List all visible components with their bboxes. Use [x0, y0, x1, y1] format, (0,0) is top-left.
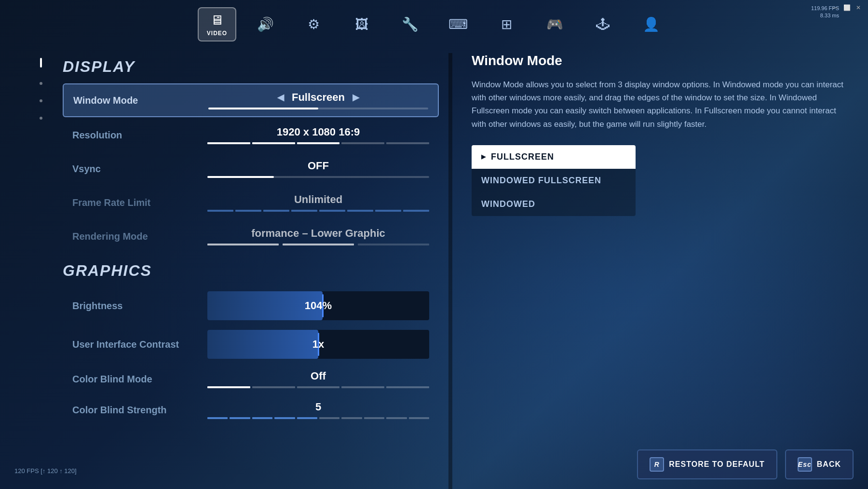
display-section-title: DISPLAY — [63, 58, 439, 76]
back-button[interactable]: Esc BACK — [785, 449, 854, 479]
rendering-mode-text: formance – Lower Graphic — [251, 227, 385, 240]
nav-grid[interactable]: ⊞ — [487, 13, 526, 36]
seg-f7 — [375, 210, 401, 212]
window-mode-slider[interactable] — [208, 108, 428, 109]
video-icon: 🖥 — [210, 12, 224, 28]
nav-audio[interactable]: 🔊 — [246, 13, 285, 36]
seg-r1 — [207, 142, 250, 144]
seg-cbs4 — [274, 417, 295, 419]
rendering-mode-slider[interactable] — [207, 244, 429, 245]
vsync-slider[interactable] — [207, 176, 429, 178]
seg-cbs2 — [230, 417, 250, 419]
top-navigation: 🖥 VIDEO 🔊 ⚙ 🖼 🔧 ⌨ ⊞ 🎮 🕹 👤 — [0, 0, 868, 48]
color-blind-strength-row[interactable]: Color Blind Strength 5 — [63, 395, 439, 424]
color-blind-row[interactable]: Color Blind Mode Off — [63, 365, 439, 394]
main-content: DISPLAY Window Mode ◀ Fullscreen ▶ R — [29, 53, 868, 489]
resolution-slider[interactable] — [207, 142, 429, 144]
back-icon: Esc — [798, 457, 812, 472]
panel-divider — [448, 53, 452, 489]
rendering-mode-row[interactable]: Rendering Mode formance – Lower Graphic — [63, 220, 439, 252]
back-label: BACK — [817, 460, 841, 469]
option-fullscreen-label: FULLSCREEN — [491, 152, 554, 162]
graphics-section: GRAPHICS Brightness 104% User Interface … — [63, 262, 439, 424]
nav-tools[interactable]: 🔧 — [391, 13, 429, 36]
ui-contrast-label: User Interface Contrast — [72, 339, 207, 350]
vsync-label: Vsync — [72, 163, 207, 175]
seg-cbs5 — [297, 417, 317, 419]
nav-user[interactable]: 👤 — [632, 13, 670, 36]
seg-cb3 — [297, 386, 340, 388]
frame-rate-row[interactable]: Frame Rate Limit Unlimited — [63, 187, 439, 218]
option-windowed-fullscreen[interactable]: WINDOWED FULLSCREEN — [472, 169, 636, 192]
tools-icon: 🔧 — [402, 16, 419, 32]
brightness-value-container: 104% — [207, 291, 429, 320]
nav-game2[interactable]: 🕹 — [583, 13, 622, 36]
scroll-dot-3 — [40, 99, 42, 102]
window-mode-value: ◀ Fullscreen ▶ — [277, 91, 359, 104]
seg-r5 — [386, 142, 429, 144]
info-panel-description: Window Mode allows you to select from 3 … — [472, 78, 849, 131]
close-button[interactable]: ✕ — [854, 4, 862, 12]
nav-game1[interactable]: 🎮 — [535, 13, 574, 36]
frame-rate-text: Unlimited — [294, 193, 342, 206]
window-mode-slider-fill — [208, 108, 318, 109]
fps-counter-bottom: 120 FPS [↑ 120 ↑ 120] — [14, 467, 77, 475]
seg-cbs6 — [319, 417, 339, 419]
color-blind-strength-slider[interactable] — [207, 417, 429, 419]
color-blind-value: Off — [311, 370, 326, 382]
seg-f2 — [235, 210, 261, 212]
seg-f1 — [207, 210, 233, 212]
seg-f4 — [291, 210, 317, 212]
restore-label: RESTORE TO DEFAULT — [669, 460, 764, 469]
resolution-text: 1920 x 1080 16:9 — [277, 126, 360, 138]
restore-button[interactable]: ⬜ — [843, 4, 851, 12]
ui-contrast-row[interactable]: User Interface Contrast 1x — [63, 326, 439, 363]
vsync-value: OFF — [308, 160, 329, 172]
seg-cbs9 — [386, 417, 407, 419]
resolution-value-container: 1920 x 1080 16:9 — [207, 126, 429, 144]
seg-f6 — [347, 210, 373, 212]
nav-settings[interactable]: ⚙ — [294, 13, 333, 36]
seg-cbs10 — [409, 417, 429, 419]
resolution-row[interactable]: Resolution 1920 x 1080 16:9 — [63, 119, 439, 151]
rendering-mode-label: Rendering Mode — [72, 231, 207, 242]
seg-cb4 — [341, 386, 384, 388]
frame-rate-slider[interactable] — [207, 210, 429, 212]
display-section: DISPLAY Window Mode ◀ Fullscreen ▶ R — [63, 58, 439, 252]
ui-contrast-value: 1x — [312, 338, 324, 351]
seg-cb1 — [207, 386, 250, 388]
ui-contrast-fill — [207, 330, 318, 359]
color-blind-label: Color Blind Mode — [72, 374, 207, 385]
resolution-label: Resolution — [72, 130, 207, 141]
ui-contrast-bar[interactable]: 1x — [207, 330, 429, 359]
left-panel: DISPLAY Window Mode ◀ Fullscreen ▶ R — [53, 53, 448, 489]
seg-r2 — [252, 142, 295, 144]
game1-icon: 🎮 — [546, 16, 563, 32]
option-windowed-label: WINDOWED — [481, 199, 535, 209]
option-fullscreen[interactable]: ▶ FULLSCREEN — [472, 145, 636, 169]
option-windowed[interactable]: WINDOWED — [472, 192, 636, 216]
scroll-dot-1 — [40, 58, 42, 68]
brightness-row[interactable]: Brightness 104% — [63, 287, 439, 324]
window-mode-next[interactable]: ▶ — [353, 92, 359, 103]
color-blind-slider[interactable] — [207, 386, 429, 388]
minimize-button[interactable]: — — [831, 4, 839, 12]
restore-default-button[interactable]: R RESTORE TO DEFAULT — [637, 449, 777, 479]
scroll-dot-2 — [40, 82, 42, 85]
color-blind-text: Off — [311, 370, 326, 382]
color-blind-strength-label: Color Blind Strength — [72, 405, 207, 416]
brightness-bar[interactable]: 104% — [207, 291, 429, 320]
info-panel-title: Window Mode — [472, 53, 849, 68]
vsync-row[interactable]: Vsync OFF — [63, 153, 439, 185]
scroll-indicator — [29, 53, 53, 489]
color-blind-value-container: Off — [207, 370, 429, 388]
nav-display2[interactable]: 🖼 — [342, 13, 381, 36]
nav-video[interactable]: 🖥 VIDEO — [198, 7, 236, 41]
window-mode-prev[interactable]: ◀ — [277, 92, 284, 103]
window-mode-row[interactable]: Window Mode ◀ Fullscreen ▶ — [63, 83, 439, 117]
nav-keyboard[interactable]: ⌨ — [439, 13, 477, 36]
display2-icon: 🖼 — [355, 16, 368, 32]
bottom-action-bar: R RESTORE TO DEFAULT Esc BACK — [637, 449, 854, 479]
color-blind-strength-value-container: 5 — [207, 401, 429, 419]
vsync-value-container: OFF — [207, 160, 429, 178]
